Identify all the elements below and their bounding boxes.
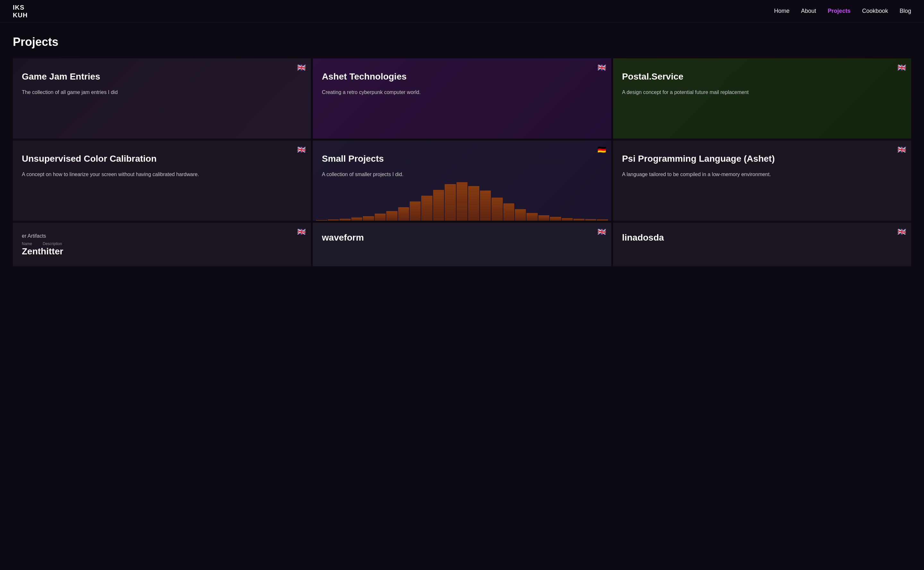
histogram-bar [573,219,584,221]
nav-about[interactable]: About [801,8,816,14]
card-small-projects-desc: A collection of smaller projects I did. [322,171,602,179]
histogram-bar [457,182,467,221]
histogram-bar [597,219,608,221]
page-content: Projects 🇬🇧 Game Jam Entries The collect… [0,23,924,285]
histogram-bar [375,214,386,221]
card-unsupervised-desc: A concept on how to linearize your scree… [22,171,302,179]
col-name: Name [22,242,32,246]
flag-ashet: 🇬🇧 [598,63,606,72]
nav-projects[interactable]: Projects [828,8,850,14]
histogram-bar [550,217,561,221]
page-title: Projects [13,35,911,49]
card-game-jam-desc: The collection of all game jam entries I… [22,89,302,97]
flag-row3-3: 🇬🇧 [897,228,906,236]
histogram-bar [562,218,573,221]
card-small-projects[interactable]: 🇩🇪 Small Projects A collection of smalle… [313,141,611,221]
histogram-bar [515,209,526,221]
card-unsupervised-title: Unsupervised Color Calibration [22,153,302,164]
flag-postal: 🇬🇧 [897,63,906,72]
histogram-bar [527,213,537,221]
card-ashet-desc: Creating a retro cyberpunk computer worl… [322,89,602,97]
flag-row3-1: 🇬🇧 [297,228,306,236]
histogram-bar [433,190,444,221]
histogram-bar [468,186,479,221]
histogram-bar [351,218,362,221]
histogram-bar [421,196,432,221]
card-row3-1[interactable]: 🇬🇧 er Artifacts Name Description Zenthit… [13,223,311,266]
histogram-bar [363,216,374,221]
flag-psi: 🇬🇧 [897,146,906,154]
histogram-bar [492,198,503,221]
histogram-bar [386,211,397,221]
card-row3-2-title: waveform [322,232,602,243]
card-row3-1-subtext: er Artifacts [22,232,302,240]
flag-game-jam: 🇬🇧 [297,63,306,72]
flag-small-projects: 🇩🇪 [598,146,606,154]
nav-cookbook[interactable]: Cookbook [862,8,888,14]
card-ashet-title: Ashet Technologies [322,71,602,82]
histogram-bar [316,220,327,221]
histogram [313,182,611,221]
card-psi-desc: A language tailored to be compiled in a … [622,171,902,179]
histogram-bar [538,215,549,221]
header: IKS KUH Home About Projects Cookbook Blo… [0,0,924,23]
histogram-bar [398,207,409,221]
card-row3-3[interactable]: 🇬🇧 linadosda [613,223,911,266]
card-row3-3-title: linadosda [622,232,902,243]
nav-home[interactable]: Home [774,8,789,14]
histogram-bar [585,219,596,221]
card-row3-2[interactable]: 🇬🇧 waveform [313,223,611,266]
histogram-bar [410,201,421,221]
histogram-bar [480,190,491,221]
card-game-jam-title: Game Jam Entries [22,71,302,82]
projects-grid: 🇬🇧 Game Jam Entries The collection of al… [13,58,911,266]
card-postal[interactable]: 🇬🇧 Postal.Service A design concept for a… [613,58,911,139]
histogram-bar [445,184,455,221]
card-game-jam[interactable]: 🇬🇧 Game Jam Entries The collection of al… [13,58,311,139]
card-psi-title: Psi Programming Language (Ashet) [622,153,902,164]
card-unsupervised[interactable]: 🇬🇧 Unsupervised Color Calibration A conc… [13,141,311,221]
card-small-projects-title: Small Projects [322,153,602,164]
col-desc: Description [43,242,62,246]
card-postal-title: Postal.Service [622,71,902,82]
card-row3-1-title: Zenthitter [22,246,302,257]
histogram-bar [328,219,339,221]
nav-blog[interactable]: Blog [899,8,911,14]
flag-unsupervised: 🇬🇧 [297,146,306,154]
card-psi[interactable]: 🇬🇧 Psi Programming Language (Ashet) A la… [613,141,911,221]
logo[interactable]: IKS KUH [13,3,28,19]
main-nav: Home About Projects Cookbook Blog [774,8,911,14]
histogram-bar [503,203,514,221]
card-postal-desc: A design concept for a potential future … [622,89,902,97]
histogram-bar [339,219,350,221]
flag-row3-2: 🇬🇧 [598,228,606,236]
card-ashet[interactable]: 🇬🇧 Ashet Technologies Creating a retro c… [313,58,611,139]
